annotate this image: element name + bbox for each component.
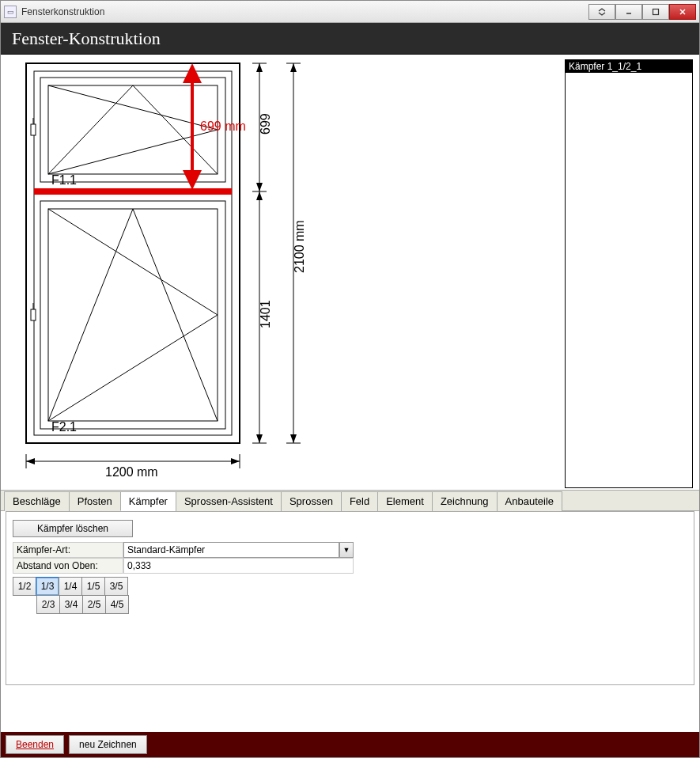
total-height-label: 2100 mm <box>293 220 306 273</box>
tab-k-mpfer[interactable]: Kämpfer <box>120 491 176 511</box>
svg-marker-28 <box>256 183 263 191</box>
offset-from-top-label: Abstand von Oben: <box>13 558 123 574</box>
red-dimension-label: 699 mm <box>200 119 246 133</box>
fraction-preset-1-5[interactable]: 1/5 <box>81 577 105 596</box>
top-height-label: 699 <box>259 113 272 135</box>
field-label-bottom: F2.1 <box>51 420 77 434</box>
transom-type-combo[interactable]: Standard-Kämpfer ▼ <box>123 542 354 558</box>
tab-strip: BeschlägePfostenKämpferSprossen-Assisten… <box>1 490 699 511</box>
element-list[interactable]: Kämpfer 1_1/2_1 <box>565 59 693 488</box>
svg-line-18 <box>133 209 218 421</box>
tab-sprossen-assistent[interactable]: Sprossen-Assistent <box>176 491 282 511</box>
window-drawing[interactable]: F1.1 F2.1 <box>10 59 558 488</box>
redraw-button[interactable]: neu Zeichnen <box>69 735 147 754</box>
tab-element[interactable]: Element <box>377 491 433 511</box>
svg-marker-37 <box>290 434 297 443</box>
svg-line-17 <box>48 209 133 421</box>
tab-beschl-ge[interactable]: Beschläge <box>4 491 70 511</box>
svg-rect-14 <box>48 209 218 421</box>
element-list-item-selected[interactable]: Kämpfer 1_1/2_1 <box>566 60 692 73</box>
svg-marker-27 <box>256 63 263 72</box>
close-button[interactable] <box>669 4 696 20</box>
chevron-down-icon[interactable]: ▼ <box>339 542 354 558</box>
close-dialog-button[interactable]: Beenden <box>6 735 64 754</box>
svg-line-15 <box>48 209 218 315</box>
tab-sprossen[interactable]: Sprossen <box>281 491 342 511</box>
fraction-preset-1-2[interactable]: 1/2 <box>13 577 36 596</box>
tab-panel-kaempfer: Kämpfer löschen Kämpfer-Art: Standard-Kä… <box>6 511 694 685</box>
fraction-presets: 1/21/31/41/53/5 2/33/42/54/5 <box>13 577 687 614</box>
fraction-preset-1-4[interactable]: 1/4 <box>59 577 82 596</box>
titlebar: ▭ Fensterkonstruktion <box>1 1 699 23</box>
svg-marker-41 <box>26 458 35 464</box>
footer-bar: Beenden neu Zeichnen <box>1 732 699 757</box>
svg-rect-1 <box>653 9 659 14</box>
svg-marker-23 <box>183 170 202 190</box>
minimize-button[interactable] <box>615 4 642 20</box>
delete-transom-button[interactable]: Kämpfer löschen <box>13 520 133 537</box>
fraction-preset-2-5[interactable]: 2/5 <box>82 595 106 614</box>
tab-anbauteile[interactable]: Anbauteile <box>497 491 562 511</box>
restore-down-aux-button[interactable] <box>588 4 615 20</box>
fraction-preset-1-3[interactable]: 1/3 <box>36 577 59 596</box>
svg-rect-19 <box>31 309 36 320</box>
fraction-preset-3-5[interactable]: 3/5 <box>104 577 128 596</box>
svg-marker-36 <box>290 63 297 72</box>
fraction-preset-3-4[interactable]: 3/4 <box>59 595 83 614</box>
svg-rect-4 <box>34 188 232 195</box>
tab-zeichnung[interactable]: Zeichnung <box>432 491 498 511</box>
maximize-button[interactable] <box>642 4 669 20</box>
transom-type-label: Kämpfer-Art: <box>13 542 123 558</box>
app-icon: ▭ <box>4 6 17 18</box>
svg-rect-5 <box>40 78 225 182</box>
svg-line-16 <box>48 315 218 421</box>
bottom-height-label: 1401 <box>259 300 272 328</box>
offset-from-top-value[interactable]: 0,333 <box>123 558 354 574</box>
window-title: Fensterkonstruktion <box>21 6 588 17</box>
fraction-preset-2-3[interactable]: 2/3 <box>36 595 60 614</box>
page-title: Fenster-Konstruktion <box>1 23 699 55</box>
tab-feld[interactable]: Feld <box>341 491 378 511</box>
svg-marker-22 <box>183 63 202 83</box>
svg-marker-32 <box>256 434 263 443</box>
field-label-top: F1.1 <box>51 173 77 187</box>
svg-rect-11 <box>31 124 36 135</box>
transom-type-value[interactable]: Standard-Kämpfer <box>123 542 339 558</box>
svg-marker-42 <box>231 458 240 464</box>
svg-marker-31 <box>256 191 263 200</box>
svg-line-9 <box>48 85 133 174</box>
tab-pfosten[interactable]: Pfosten <box>69 491 121 511</box>
width-dimension-label: 1200 mm <box>105 465 158 479</box>
fraction-preset-4-5[interactable]: 4/5 <box>105 595 129 614</box>
svg-rect-13 <box>40 201 225 429</box>
